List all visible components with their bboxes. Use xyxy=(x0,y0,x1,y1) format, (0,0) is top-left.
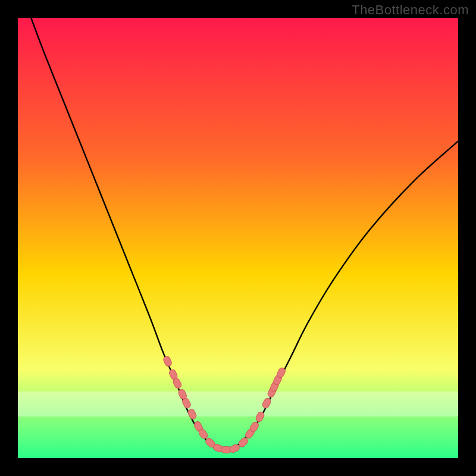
bottleneck-chart xyxy=(18,18,458,458)
chart-frame xyxy=(18,18,458,458)
pale-band xyxy=(18,392,458,416)
watermark-text: TheBottleneck.com xyxy=(352,2,469,18)
